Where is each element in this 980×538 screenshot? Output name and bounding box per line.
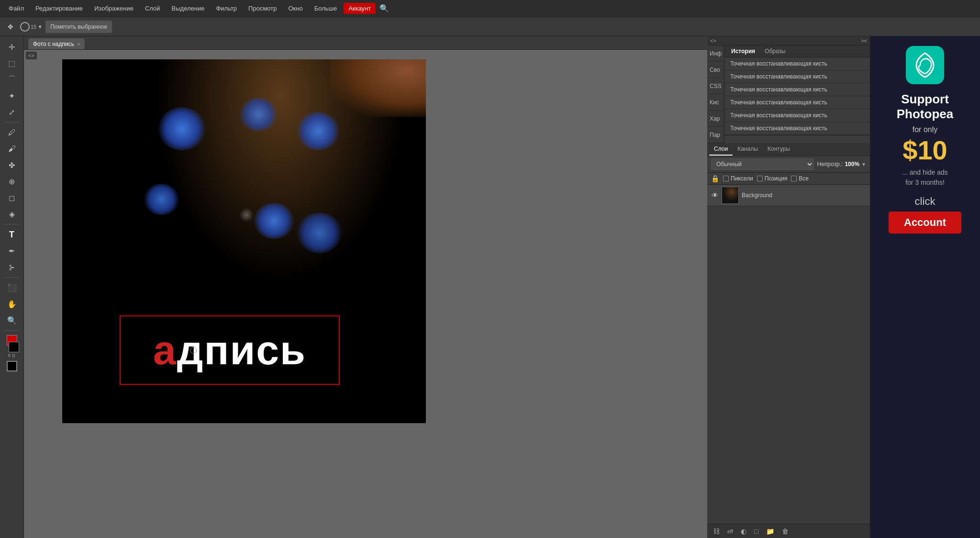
lasso-tool[interactable]: ⌒ <box>4 72 20 87</box>
fill-tool[interactable]: ◈ <box>4 206 20 222</box>
menu-view[interactable]: Просмотр <box>244 3 281 14</box>
orb-3 <box>297 112 340 150</box>
side-label-har[interactable]: Хар <box>707 111 724 127</box>
mark-selected-button[interactable]: Пометить выбранное <box>45 21 112 33</box>
link-layers-btn[interactable]: ⛓ <box>711 527 722 536</box>
opacity-control: Непрозр.: 100% ▼ <box>817 161 866 168</box>
shape-tool[interactable]: ⬛ <box>4 280 20 295</box>
lock-all-label: Все <box>799 175 809 182</box>
brush-circle-icon <box>20 22 30 32</box>
history-item-4[interactable]: Точечная восстанавливающая кисть <box>724 96 870 109</box>
side-label-inf[interactable]: Инф <box>707 45 724 62</box>
text-tool[interactable]: T <box>4 227 20 242</box>
canvas-tab-close-icon[interactable]: × <box>77 41 80 47</box>
toolbar-arrow-tool[interactable]: ✥ <box>4 20 17 34</box>
menu-filter[interactable]: Фильтр <box>211 3 242 14</box>
brush-tool[interactable]: 🖌 <box>4 141 20 157</box>
zoom-tool[interactable]: 🔍 <box>4 313 20 328</box>
opacity-label: Непрозр.: <box>817 161 843 168</box>
menu-account[interactable]: Аккаунт <box>344 3 376 14</box>
background-color[interactable] <box>9 342 19 352</box>
tab-channels[interactable]: Каналы <box>733 143 763 156</box>
layer-visibility-icon[interactable]: 👁 <box>711 191 719 199</box>
canvas-nav-left[interactable]: <> <box>26 52 37 59</box>
menu-select[interactable]: Выделение <box>167 3 210 14</box>
black-swatch[interactable] <box>7 361 17 371</box>
menu-layer[interactable]: Слой <box>140 3 165 14</box>
opacity-dropdown-icon[interactable]: ▼ <box>861 162 866 167</box>
menu-image[interactable]: Изображение <box>89 3 138 14</box>
history-item-2[interactable]: Точечная восстанавливающая кисть <box>724 70 870 83</box>
brush-size-label: 15 <box>31 24 36 30</box>
hand-tool[interactable]: ✋ <box>4 296 20 312</box>
tab-layers[interactable]: Слои <box>709 143 733 156</box>
transform-tool[interactable]: ⤢ <box>4 104 20 120</box>
history-item-1[interactable]: Точечная восстанавливающая кисть <box>724 57 870 70</box>
canvas-area: Фото с надпись × <> <box>24 36 707 538</box>
history-item-6[interactable]: Точечная восстанавливающая кисть <box>724 122 870 135</box>
lock-pixels-group: Пиксели <box>723 175 753 182</box>
canvas-content[interactable]: <> <box>24 50 707 538</box>
layer-effects-btn[interactable]: eff <box>725 527 735 535</box>
tab-history[interactable]: История <box>726 45 760 57</box>
path-select-tool[interactable]: ⊱ <box>4 259 20 275</box>
side-label-css[interactable]: CSS <box>707 78 724 94</box>
side-label-svo[interactable]: Сво <box>707 62 724 78</box>
menu-edit[interactable]: Редактирование <box>31 3 88 14</box>
brush-dropdown-icon[interactable]: ▼ <box>37 24 43 30</box>
panel-expand-left[interactable]: <> <box>710 38 716 44</box>
history-item-3[interactable]: Точечная восстанавливающая кисть <box>724 83 870 96</box>
selection-tool[interactable]: ⬚ <box>4 56 20 71</box>
layers-tabs: Слои Каналы Контуры <box>707 143 870 156</box>
ad-for-only: for only <box>913 125 937 134</box>
opacity-value[interactable]: 100% <box>845 161 859 168</box>
layer-item-background[interactable]: 👁 Background <box>707 185 870 206</box>
swatch-labels: F D <box>8 353 15 358</box>
layers-empty-area <box>707 206 870 524</box>
new-group-btn[interactable]: □ <box>752 527 760 536</box>
history-item-5[interactable]: Точечная восстанавливающая кисть <box>724 109 870 122</box>
side-label-par[interactable]: Пар <box>707 127 724 143</box>
text-layer-box[interactable]: адпись <box>120 315 340 385</box>
side-label-kis[interactable]: Кис <box>707 94 724 111</box>
tab-paths[interactable]: Контуры <box>763 143 795 156</box>
eraser-tool[interactable]: ◻ <box>4 190 20 205</box>
magic-wand-tool[interactable]: ✦ <box>4 88 20 103</box>
move-tool[interactable]: ✛ <box>4 39 20 55</box>
layer-mask-btn[interactable]: ◐ <box>739 527 748 536</box>
panel-collapse-right[interactable]: >< <box>861 38 867 44</box>
menu-more[interactable]: Больше <box>310 3 342 14</box>
lock-all-checkbox[interactable] <box>791 176 797 181</box>
pen-tool[interactable]: ✒ <box>4 243 20 258</box>
lock-all-group: Все <box>791 175 809 182</box>
menu-window[interactable]: Окно <box>283 3 307 14</box>
tool-separator-3 <box>5 277 19 278</box>
lock-position-checkbox[interactable] <box>757 176 763 181</box>
healing-tool[interactable]: ✤ <box>4 157 20 173</box>
right-panel-top: <> >< <box>707 36 870 45</box>
orb-2 <box>239 98 278 131</box>
menu-file[interactable]: Файл <box>4 3 29 14</box>
delete-layer-btn[interactable]: 🗑 <box>780 527 791 536</box>
clone-tool[interactable]: ⊕ <box>4 174 20 189</box>
tab-obrazy[interactable]: Образы <box>760 45 791 57</box>
layer-thumb-image <box>722 187 738 203</box>
search-icon[interactable]: 🔍 <box>379 4 389 13</box>
side-labels-panel: Инф Сво CSS Кис Хар Пар <box>707 45 724 143</box>
open-folder-btn[interactable]: 📁 <box>764 527 776 536</box>
ad-title: Support Photopea <box>878 92 972 122</box>
right-column: <> >< Инф Сво CSS Кис Хар Пар История Об… <box>707 36 870 538</box>
ad-account-button[interactable]: Account <box>889 212 961 234</box>
blend-mode-select[interactable]: Обычный <box>711 158 814 170</box>
ad-price: $10 <box>902 137 947 164</box>
lock-pixels-checkbox[interactable] <box>723 176 729 181</box>
history-panel: Точечная восстанавливающая кисть Точечна… <box>724 57 870 135</box>
orb-5 <box>254 203 294 239</box>
photo-canvas[interactable]: адпись <box>62 59 426 423</box>
canvas-tab-active[interactable]: Фото с надпись × <box>28 38 85 49</box>
toolbar-brush-info: 15 ▼ <box>20 22 43 32</box>
photo-background: адпись <box>62 59 426 423</box>
text-cursor-icon <box>190 347 197 354</box>
small-orb <box>239 208 254 222</box>
eyedropper-tool[interactable]: 🖊 <box>4 125 20 140</box>
